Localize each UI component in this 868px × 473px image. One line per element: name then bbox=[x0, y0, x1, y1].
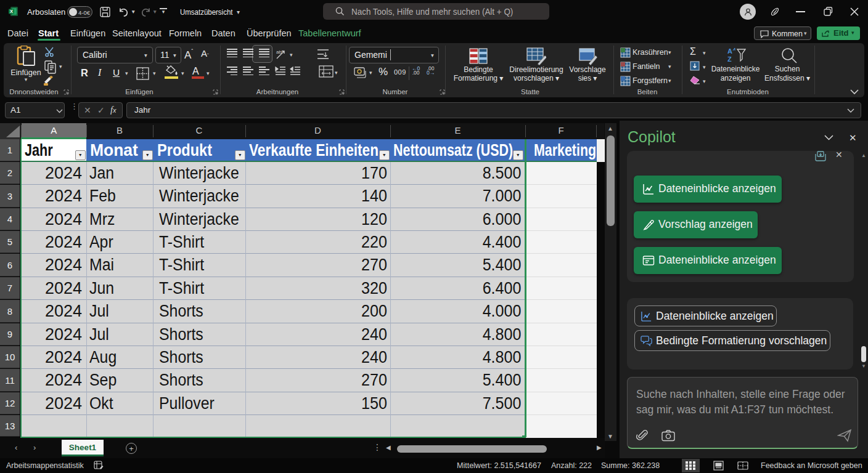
svg-text:Z: Z bbox=[727, 55, 732, 63]
svg-text:X: X bbox=[10, 9, 13, 14]
svg-text:A: A bbox=[727, 47, 732, 55]
svg-text:ab: ab bbox=[276, 49, 282, 55]
